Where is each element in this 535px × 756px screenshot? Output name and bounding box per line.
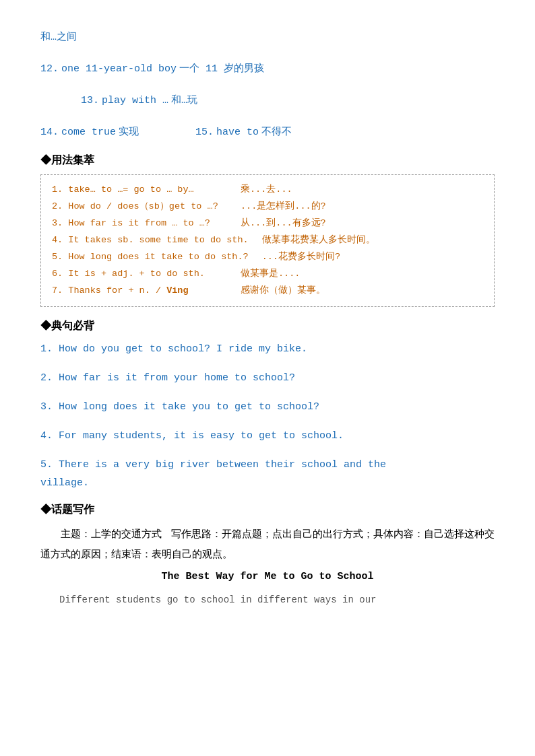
grammar-row-4: 4. It takes sb. some time to do sth. 做某事…: [52, 232, 483, 249]
sentence-4: 4. For many students, it is easy to get …: [40, 427, 495, 445]
grammar-left-7: 7. Thanks for + n. / Ving: [52, 283, 227, 300]
grammar-header: ◆用法集萃: [40, 153, 495, 168]
grammar-right-7: 感谢你（做）某事。: [241, 283, 325, 300]
essay-title: The Best Way for Me to Go to School: [40, 571, 495, 582]
item-13: 13. play with … 和…玩: [40, 90, 495, 110]
grammar-row-3: 3. How far is it from … to …? 从...到...有多…: [52, 215, 483, 232]
grammar-right-3: 从...到...有多远?: [241, 215, 326, 232]
item-15-num: 15.: [195, 127, 214, 138]
writing-header: ◆话题写作: [40, 503, 495, 517]
essay-body: Different students go to school in diffe…: [40, 592, 495, 609]
sentences-header: ◆典句必背: [40, 319, 495, 333]
grammar-row-1: 1. take… to …= go to … by… 乘...去...: [52, 182, 483, 199]
writing-topic: 主题：上学的交通方式 写作思路：开篇点题；点出自己的出行方式；具体内容：自己选择…: [40, 524, 495, 564]
grammar-right-1: 乘...去...: [241, 182, 292, 199]
item-14-en: come true: [61, 127, 116, 138]
sentence-5: 5. There is a very big river between the…: [40, 456, 495, 492]
grammar-right-6: 做某事是....: [241, 266, 300, 283]
item-13-en: play with …: [102, 95, 168, 106]
item-14-15: 14. come true 实现 15. have to 不得不: [40, 122, 495, 141]
grammar-row-2: 2. How do / does（sb）get to …? ...是怎样到...…: [52, 199, 483, 215]
item-14-cn: 实现: [119, 127, 139, 138]
grammar-left-4: 4. It takes sb. some time to do sth.: [52, 232, 249, 249]
item-15-en: have to: [216, 127, 259, 138]
item-12-en: one 11-year-old boy: [61, 63, 177, 75]
grammar-right-2: ...是怎样到...的?: [241, 199, 326, 215]
sentence-3: 3. How long does it take you to get to s…: [40, 398, 495, 416]
item-13-cn: 和…玩: [171, 95, 197, 106]
grammar-row-6: 6. It is + adj. + to do sth. 做某事是....: [52, 266, 483, 283]
item-14-num: 14.: [40, 127, 59, 138]
sentence-2: 2. How far is it from your home to schoo…: [40, 369, 495, 387]
grammar-right-4: 做某事花费某人多长时间。: [262, 232, 375, 249]
item-12-num: 12.: [40, 63, 59, 75]
grammar-left-6: 6. It is + adj. + to do sth.: [52, 266, 227, 283]
grammar-right-5: ...花费多长时间?: [262, 249, 340, 266]
item-12-cn: 一个 11 岁的男孩: [179, 63, 264, 75]
grammar-row-5: 5. How long does it take to do sth.? ...…: [52, 249, 483, 266]
grammar-row-7: 7. Thanks for + n. / Ving 感谢你（做）某事。: [52, 283, 483, 300]
item-13-num: 13.: [81, 95, 99, 106]
sentence-1: 1. How do you get to school? I ride my b…: [40, 340, 495, 358]
line-between: 和…之间: [40, 27, 495, 46]
between-text: 和…之间: [40, 32, 77, 43]
item-12: 12. one 11-year-old boy 一个 11 岁的男孩: [40, 59, 495, 78]
topic-label: 主题：上学的交通方式: [61, 528, 162, 539]
grammar-box: 1. take… to …= go to … by… 乘...去... 2. H…: [40, 174, 495, 307]
item-15-cn: 不得不: [261, 127, 292, 138]
grammar-left-3: 3. How far is it from … to …?: [52, 215, 227, 232]
grammar-left-5: 5. How long does it take to do sth.?: [52, 249, 249, 266]
grammar-left-2: 2. How do / does（sb）get to …?: [52, 199, 227, 215]
grammar-left-1: 1. take… to …= go to … by…: [52, 182, 227, 199]
